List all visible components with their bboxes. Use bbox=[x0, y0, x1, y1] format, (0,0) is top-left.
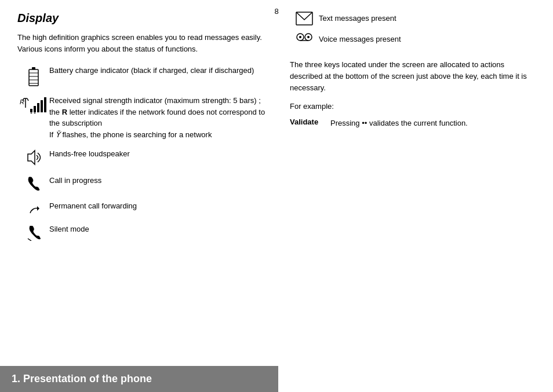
voicemail-icon-cell bbox=[290, 31, 319, 47]
voicemail-icon bbox=[296, 31, 313, 47]
battery-icon-cell bbox=[17, 65, 49, 87]
forward-row: Permanent call forwarding bbox=[17, 200, 272, 215]
signal-icon-cell: R bbox=[17, 95, 49, 113]
svg-rect-12 bbox=[34, 106, 36, 112]
footer-text: 1. Presentation of the phone bbox=[12, 373, 152, 384]
forward-icon bbox=[27, 202, 41, 215]
text-messages-description: Text messages present bbox=[319, 13, 536, 24]
call-icon bbox=[27, 176, 41, 192]
validate-description: Pressing •• validates the current functi… bbox=[330, 118, 468, 129]
svg-rect-1 bbox=[32, 67, 35, 69]
svg-marker-18 bbox=[28, 151, 35, 164]
voice-messages-row: Voice messages present bbox=[290, 31, 536, 47]
signal-row: R bbox=[17, 95, 272, 140]
validate-row: Validate Pressing •• validates the curre… bbox=[290, 118, 536, 129]
call-description: Call in progress bbox=[49, 175, 272, 186]
silent-icon bbox=[27, 225, 41, 241]
loudspeaker-icon bbox=[23, 149, 44, 167]
page-title: Display bbox=[17, 12, 272, 25]
voice-messages-description: Voice messages present bbox=[319, 34, 536, 45]
content-area: Display The high definition graphics scr… bbox=[0, 0, 553, 392]
svg-point-25 bbox=[307, 36, 310, 38]
svg-rect-15 bbox=[44, 97, 46, 112]
page-number: 8 bbox=[274, 7, 278, 16]
loudspeaker-description: Hands-free loudspeaker bbox=[49, 148, 272, 160]
battery-icon bbox=[27, 66, 40, 87]
call-row: Call in progress bbox=[17, 175, 272, 192]
signal-antenna-symbol: Y̌ bbox=[56, 130, 60, 139]
right-column: Text messages present Voice messages pre… bbox=[284, 12, 536, 392]
forward-description: Permanent call forwarding bbox=[49, 200, 272, 212]
page-container: 8 Display The high definition graphics s… bbox=[0, 0, 553, 392]
envelope-icon bbox=[296, 12, 313, 25]
intro-text: The high definition graphics screen enab… bbox=[17, 32, 272, 54]
signal-desc-text3: If bbox=[49, 130, 56, 139]
forward-icon-cell bbox=[17, 200, 49, 215]
signal-bold-r: R bbox=[62, 108, 67, 116]
envelope-icon-cell bbox=[290, 12, 319, 25]
loudspeaker-row: Hands-free loudspeaker bbox=[17, 148, 272, 167]
call-icon-cell bbox=[17, 175, 49, 192]
silent-description: Silent mode bbox=[49, 224, 272, 235]
loudspeaker-icon-cell bbox=[17, 148, 49, 167]
signal-icon: R bbox=[20, 96, 48, 113]
battery-description: Battery charge indicator (black if charg… bbox=[49, 65, 272, 76]
svg-point-17 bbox=[34, 113, 35, 114]
footer-bar: 1. Presentation of the phone bbox=[0, 366, 278, 392]
silent-icon-cell bbox=[17, 224, 49, 241]
svg-line-10 bbox=[27, 98, 28, 101]
svg-rect-11 bbox=[30, 109, 32, 112]
text-messages-row: Text messages present bbox=[290, 12, 536, 25]
battery-row: Battery charge indicator (black if charg… bbox=[17, 65, 272, 87]
svg-marker-19 bbox=[37, 206, 39, 211]
left-column: Display The high definition graphics scr… bbox=[17, 12, 284, 392]
for-example-text: For example: bbox=[290, 102, 536, 111]
svg-point-24 bbox=[299, 36, 301, 38]
silent-row: Silent mode bbox=[17, 224, 272, 241]
svg-rect-14 bbox=[41, 100, 43, 112]
svg-rect-13 bbox=[37, 103, 39, 112]
signal-desc-text4: flashes, the phone is searching for a ne… bbox=[60, 130, 212, 139]
svg-point-16 bbox=[30, 113, 32, 114]
signal-desc-text2: letter indicates if the network found do… bbox=[49, 108, 265, 128]
three-keys-text: The three keys located under the screen … bbox=[290, 59, 536, 94]
signal-description: Received signal strength indicator (maxi… bbox=[49, 95, 272, 140]
validate-label: Validate bbox=[290, 118, 325, 126]
svg-line-20 bbox=[28, 239, 31, 241]
